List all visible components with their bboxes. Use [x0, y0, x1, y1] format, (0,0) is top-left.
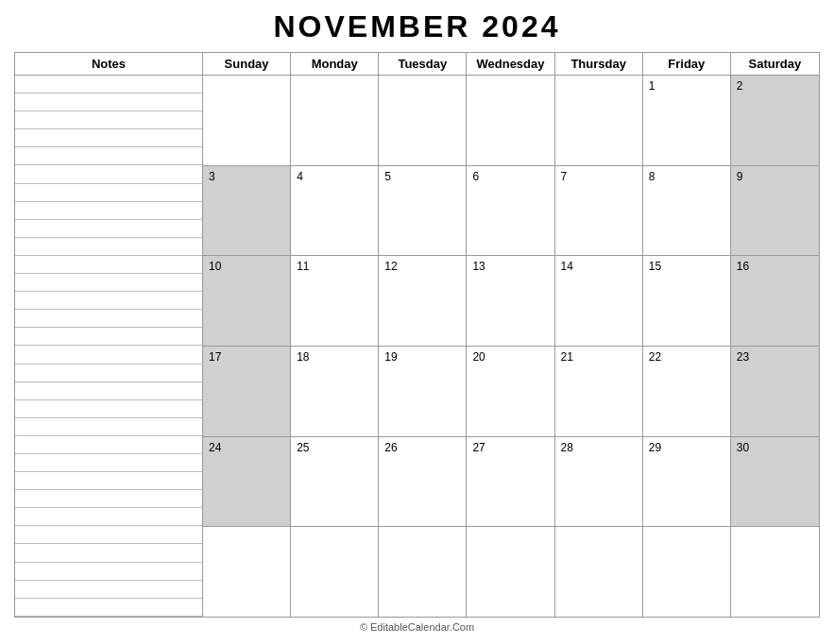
notes-line	[15, 563, 202, 581]
day-number: 5	[384, 170, 460, 183]
calendar-cell[interactable]: 21	[555, 347, 643, 436]
notes-header: Notes	[15, 53, 202, 76]
notes-line	[15, 93, 202, 111]
notes-line	[15, 418, 202, 436]
calendar-cell[interactable]: 13	[467, 256, 554, 346]
notes-line	[15, 599, 202, 617]
calendar-grid: 1234567891011121314151617181920212223242…	[203, 76, 819, 617]
day-number: 28	[561, 441, 637, 454]
notes-line	[15, 382, 202, 400]
calendar-cell[interactable]: 19	[379, 347, 467, 436]
calendar-cell[interactable]: 8	[643, 166, 731, 256]
main-layout: Notes SundayMondayTuesdayWednesdayThursd…	[14, 52, 820, 618]
calendar-cell[interactable]	[291, 76, 379, 165]
calendar-cell[interactable]: 9	[731, 166, 819, 256]
calendar-cell[interactable]: 23	[731, 347, 819, 436]
day-number: 24	[209, 441, 284, 454]
day-number: 4	[297, 170, 372, 183]
calendar-cell[interactable]	[555, 527, 643, 617]
calendar-cell[interactable]: 2	[731, 76, 819, 165]
day-number: 19	[384, 350, 460, 364]
day-number: 27	[472, 441, 548, 454]
day-headers: SundayMondayTuesdayWednesdayThursdayFrid…	[203, 53, 819, 76]
day-header-monday: Monday	[291, 53, 379, 75]
day-header-friday: Friday	[643, 53, 731, 75]
calendar-cell[interactable]: 3	[203, 166, 291, 256]
calendar-cell[interactable]: 1	[643, 76, 731, 165]
day-number: 16	[737, 260, 813, 273]
notes-line	[15, 472, 202, 490]
calendar-cell[interactable]	[203, 527, 291, 617]
day-header-sunday: Sunday	[203, 53, 291, 75]
calendar-cell[interactable]	[731, 527, 819, 617]
calendar-cell[interactable]: 14	[555, 256, 643, 346]
calendar-cell[interactable]: 6	[467, 166, 554, 256]
calendar-row: 3456789	[203, 166, 819, 257]
notes-line	[15, 111, 202, 129]
calendar-cell[interactable]: 18	[291, 347, 379, 436]
notes-lines	[15, 76, 202, 617]
calendar-cell[interactable]: 24	[203, 437, 291, 527]
calendar-cell[interactable]: 25	[291, 437, 379, 527]
notes-line	[15, 202, 202, 220]
calendar-cell[interactable]	[467, 527, 554, 617]
calendar-cell[interactable]: 16	[731, 256, 819, 346]
calendar-cell[interactable]: 10	[203, 256, 291, 346]
notes-line	[15, 454, 202, 472]
calendar-cell[interactable]	[555, 76, 643, 165]
notes-line	[15, 508, 202, 526]
calendar-cell[interactable]: 27	[467, 437, 554, 527]
calendar-cell[interactable]: 30	[731, 437, 819, 527]
day-number: 14	[561, 260, 637, 273]
footer: © EditableCalendar.Com	[14, 618, 820, 635]
calendar-cell[interactable]	[379, 76, 467, 165]
calendar-cell[interactable]	[467, 76, 554, 165]
calendar-cell[interactable]	[203, 76, 291, 165]
notes-line	[15, 274, 202, 292]
notes-section: Notes	[14, 52, 203, 618]
calendar-cell[interactable]: 20	[467, 347, 554, 436]
notes-line	[15, 129, 202, 147]
calendar-cell[interactable]: 22	[643, 347, 731, 436]
day-header-thursday: Thursday	[555, 53, 643, 75]
notes-line	[15, 436, 202, 454]
notes-line	[15, 147, 202, 165]
day-number: 3	[209, 170, 284, 183]
calendar-cell[interactable]: 15	[643, 256, 731, 346]
calendar-cell[interactable]: 17	[203, 347, 291, 436]
calendar-cell[interactable]	[291, 527, 379, 617]
day-number: 11	[297, 260, 372, 273]
day-number: 13	[472, 260, 548, 273]
notes-line	[15, 238, 202, 256]
notes-line	[15, 165, 202, 183]
calendar-cell[interactable]: 26	[379, 437, 467, 527]
notes-line	[15, 490, 202, 508]
calendar-cell[interactable]: 28	[555, 437, 643, 527]
calendar-cell[interactable]: 7	[555, 166, 643, 256]
calendar-section: SundayMondayTuesdayWednesdayThursdayFrid…	[203, 52, 820, 618]
calendar-cell[interactable]: 29	[643, 437, 731, 527]
calendar-cell[interactable]	[643, 527, 731, 617]
notes-line	[15, 310, 202, 328]
calendar-cell[interactable]	[379, 527, 467, 617]
day-number: 2	[737, 79, 813, 93]
day-number: 1	[649, 79, 724, 93]
calendar-cell[interactable]: 12	[379, 256, 467, 346]
calendar-cell[interactable]: 5	[379, 166, 467, 256]
day-number: 22	[649, 350, 724, 364]
notes-line	[15, 581, 202, 599]
day-header-tuesday: Tuesday	[379, 53, 467, 75]
page-title: NOVEMBER 2024	[14, 9, 820, 44]
day-number: 29	[649, 441, 724, 454]
day-number: 25	[297, 441, 372, 454]
calendar-cell[interactable]: 4	[291, 166, 379, 256]
calendar-row: 24252627282930	[203, 437, 819, 528]
day-number: 9	[737, 170, 813, 183]
calendar-row	[203, 527, 819, 617]
calendar-row: 12	[203, 76, 819, 166]
notes-line	[15, 346, 202, 364]
day-header-wednesday: Wednesday	[467, 53, 554, 75]
day-number: 12	[384, 260, 460, 273]
calendar-cell[interactable]: 11	[291, 256, 379, 346]
day-number: 10	[209, 260, 284, 273]
